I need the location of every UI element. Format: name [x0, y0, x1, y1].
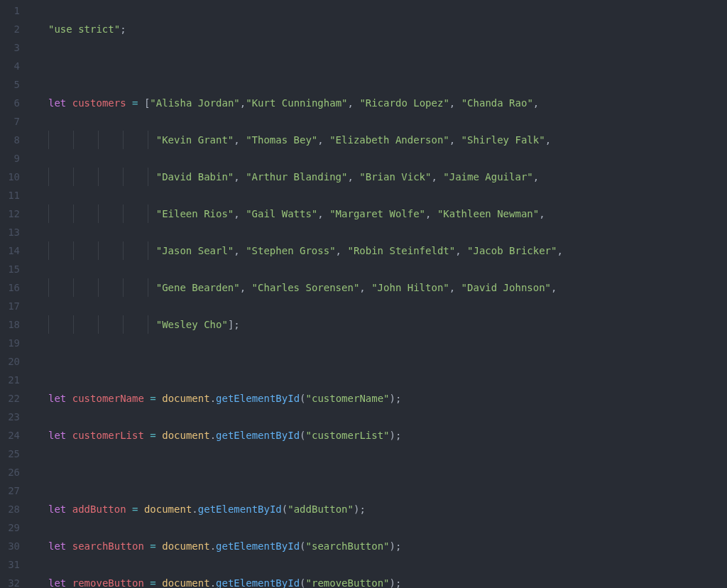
string-token: "Brian Vick" — [359, 171, 431, 183]
line-number: 13 — [0, 223, 20, 241]
string-token: "Jacob Bricker" — [467, 245, 557, 256]
function-token: getElementById — [216, 393, 300, 404]
string-token: "Wesley Cho" — [156, 319, 228, 330]
line-number: 8 — [0, 131, 20, 149]
code-line[interactable]: "Jason Searl", "Stephen Gross", "Robin S… — [48, 241, 563, 260]
line-number: 16 — [0, 278, 20, 297]
string-token: "Chanda Rao" — [461, 97, 533, 109]
string-token: "Elizabeth Anderson" — [329, 134, 449, 146]
string-token: "addButton" — [288, 503, 354, 515]
string-token: "Arthur Blanding" — [246, 171, 347, 183]
string-token: "Alisha Jordan" — [150, 97, 239, 109]
line-number: 2 — [0, 20, 20, 38]
string-token: "Margaret Wolfe" — [329, 208, 425, 219]
line-number: 4 — [0, 57, 20, 75]
code-line[interactable]: "Gene Bearden", "Charles Sorensen", "Joh… — [48, 278, 563, 297]
line-number: 14 — [0, 241, 20, 260]
string-token: "removeButton" — [306, 577, 390, 588]
line-number: 15 — [0, 260, 20, 278]
line-number: 29 — [0, 518, 20, 537]
string-token: "Jason Searl" — [156, 245, 234, 256]
code-line[interactable]: let addButton = document.getElementById(… — [48, 500, 563, 518]
function-token: getElementById — [216, 540, 300, 552]
string-token: "Kathleen Newman" — [437, 208, 539, 219]
code-line[interactable]: "use strict"; — [48, 20, 563, 38]
string-token: "David Babin" — [156, 171, 234, 183]
function-token: getElementById — [216, 430, 300, 441]
string-token: "Charles Sorensen" — [252, 282, 360, 293]
code-line[interactable]: let customers = ["Alisha Jordan","Kurt C… — [48, 94, 563, 112]
code-line[interactable]: let customerList = document.getElementBy… — [48, 426, 563, 445]
string-token: "Kevin Grant" — [156, 134, 234, 146]
code-line[interactable]: let searchButton = document.getElementBy… — [48, 537, 563, 555]
line-number: 10 — [0, 168, 20, 186]
line-number: 17 — [0, 297, 20, 315]
line-number: 18 — [0, 315, 20, 334]
variable-token: customerList — [72, 430, 144, 441]
code-line[interactable]: let customerName = document.getElementBy… — [48, 389, 563, 408]
operator-token: = — [132, 97, 138, 109]
line-number: 7 — [0, 112, 20, 131]
object-token: document — [162, 577, 209, 588]
code-line[interactable]: "Eileen Rios", "Gail Watts", "Margaret W… — [48, 205, 563, 223]
string-token: "Eileen Rios" — [156, 208, 234, 219]
line-number: 30 — [0, 537, 20, 555]
string-token: "customerList" — [306, 430, 390, 441]
string-token: "customerName" — [306, 393, 390, 404]
line-number: 11 — [0, 186, 20, 205]
line-number: 22 — [0, 389, 20, 408]
line-number: 9 — [0, 149, 20, 168]
string-token: "Robin Steinfeldt" — [347, 245, 455, 256]
string-token: "David Johnson" — [461, 282, 551, 293]
line-number: 6 — [0, 94, 20, 112]
punct-token: ; — [120, 23, 126, 35]
line-number: 26 — [0, 463, 20, 481]
code-line[interactable] — [48, 352, 563, 371]
line-number: 1 — [0, 1, 20, 20]
object-token: document — [162, 393, 209, 404]
line-number: 5 — [0, 75, 20, 94]
line-number: 32 — [0, 574, 20, 588]
keyword-token: let — [48, 503, 66, 515]
object-token: document — [162, 430, 209, 441]
code-editor[interactable]: "use strict"; let customers = ["Alisha J… — [30, 0, 563, 588]
line-number: 28 — [0, 500, 20, 518]
variable-token: addButton — [72, 503, 126, 515]
string-token: "Gail Watts" — [246, 208, 317, 219]
keyword-token: let — [48, 97, 66, 109]
line-number: 20 — [0, 352, 20, 371]
variable-token: customers — [72, 97, 126, 109]
code-line[interactable]: "David Babin", "Arthur Blanding", "Brian… — [48, 168, 563, 186]
code-line[interactable]: "Kevin Grant", "Thomas Bey", "Elizabeth … — [48, 131, 563, 149]
string-token: "Stephen Gross" — [246, 245, 335, 256]
line-number: 12 — [0, 205, 20, 223]
string-token: "Kurt Cunningham" — [246, 97, 347, 109]
line-number: 25 — [0, 445, 20, 463]
line-number: 23 — [0, 408, 20, 426]
keyword-token: let — [48, 540, 66, 552]
line-number: 24 — [0, 426, 20, 445]
object-token: document — [162, 540, 209, 552]
keyword-token: let — [48, 430, 66, 441]
string-token: "use strict" — [48, 23, 120, 35]
code-line[interactable] — [48, 463, 563, 481]
string-token: "Ricardo Lopez" — [359, 97, 449, 109]
code-line[interactable]: let removeButton = document.getElementBy… — [48, 574, 563, 588]
string-token: "Jaime Aguilar" — [443, 171, 532, 183]
function-token: getElementById — [198, 503, 282, 515]
string-token: "searchButton" — [306, 540, 390, 552]
line-number: 3 — [0, 38, 20, 57]
string-token: "Shirley Falk" — [461, 134, 545, 146]
line-number-gutter: 1234567891011121314151617181920212223242… — [0, 0, 30, 588]
variable-token: removeButton — [72, 577, 144, 588]
code-line[interactable]: "Wesley Cho"]; — [48, 315, 563, 334]
variable-token: searchButton — [72, 540, 144, 552]
code-line[interactable] — [48, 57, 563, 75]
line-number: 19 — [0, 334, 20, 352]
line-number: 27 — [0, 481, 20, 500]
keyword-token: let — [48, 577, 66, 588]
string-token: "Thomas Bey" — [246, 134, 317, 146]
object-token: document — [144, 503, 192, 515]
line-number: 31 — [0, 555, 20, 574]
string-token: "Gene Bearden" — [156, 282, 240, 293]
